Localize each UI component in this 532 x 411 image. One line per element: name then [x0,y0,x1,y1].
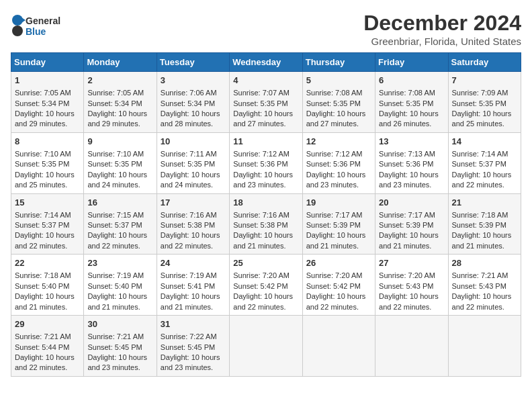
calendar-cell [375,316,448,377]
sunrise-label: Sunrise: 7:19 AM [87,271,144,279]
calendar-cell [302,316,375,377]
daylight-label: Daylight: 10 hours and 23 minutes. [379,171,439,189]
page-title: December 2024 [363,11,521,36]
daylight-label: Daylight: 10 hours and 27 minutes. [306,109,366,128]
calendar-cell: 26 Sunrise: 7:20 AM Sunset: 5:42 PM Dayl… [302,255,375,316]
calendar-cell: 2 Sunrise: 7:05 AM Sunset: 5:34 PM Dayli… [84,72,157,133]
daylight-label: Daylight: 10 hours and 28 minutes. [161,109,220,128]
calendar-cell: 13 Sunrise: 7:13 AM Sunset: 5:36 PM Dayl… [375,132,448,193]
day-number: 29 [15,318,80,330]
calendar-week-3: 15 Sunrise: 7:14 AM Sunset: 5:37 PM Dayl… [11,193,521,255]
daylight-label: Daylight: 10 hours and 22 minutes. [233,292,293,310]
calendar-cell: 18 Sunrise: 7:16 AM Sunset: 5:38 PM Dayl… [230,193,302,255]
calendar-cell: 7 Sunrise: 7:09 AM Sunset: 5:35 PM Dayli… [448,72,521,133]
daylight-label: Daylight: 10 hours and 29 minutes. [87,109,147,128]
sunrise-label: Sunrise: 7:15 AM [87,211,144,219]
sunrise-label: Sunrise: 7:07 AM [233,89,290,97]
sunset-label: Sunset: 5:44 PM [15,343,69,351]
calendar-cell: 4 Sunrise: 7:07 AM Sunset: 5:35 PM Dayli… [230,72,302,133]
header-monday: Monday [84,53,157,72]
sunset-label: Sunset: 5:36 PM [379,160,433,168]
daylight-label: Daylight: 10 hours and 22 minutes. [15,231,75,249]
sunrise-label: Sunrise: 7:21 AM [15,332,71,340]
calendar-week-2: 8 Sunrise: 7:10 AM Sunset: 5:35 PM Dayli… [11,132,521,193]
day-number: 21 [452,197,517,209]
header-wednesday: Wednesday [230,53,302,72]
calendar-week-5: 29 Sunrise: 7:21 AM Sunset: 5:44 PM Dayl… [11,316,521,377]
calendar-table: Sunday Monday Tuesday Wednesday Thursday… [11,52,521,377]
day-number: 15 [15,197,80,209]
day-number: 20 [379,197,444,209]
day-number: 19 [306,197,371,209]
calendar-cell: 9 Sunrise: 7:10 AM Sunset: 5:35 PM Dayli… [84,132,157,193]
calendar-cell: 5 Sunrise: 7:08 AM Sunset: 5:35 PM Dayli… [302,72,375,133]
title-section: December 2024 Greenbriar, Florida, Unite… [363,11,521,47]
day-number: 17 [161,197,226,209]
sunrise-label: Sunrise: 7:21 AM [452,271,508,279]
daylight-label: Daylight: 10 hours and 24 minutes. [161,171,220,189]
sunset-label: Sunset: 5:36 PM [233,160,287,168]
day-number: 16 [87,197,152,209]
sunrise-label: Sunrise: 7:05 AM [15,89,71,97]
day-number: 5 [306,75,371,87]
day-number: 31 [161,318,226,330]
header-sunday: Sunday [11,53,84,72]
logo: General Blue [11,11,64,40]
daylight-label: Daylight: 10 hours and 23 minutes. [306,171,366,189]
sunrise-label: Sunrise: 7:20 AM [379,271,435,279]
sunset-label: Sunset: 5:35 PM [379,99,433,107]
sunrise-label: Sunrise: 7:12 AM [233,150,290,158]
sunset-label: Sunset: 5:40 PM [87,282,142,290]
day-number: 22 [15,257,80,269]
day-number: 1 [15,75,80,87]
sunset-label: Sunset: 5:35 PM [15,160,69,168]
calendar-cell: 25 Sunrise: 7:20 AM Sunset: 5:42 PM Dayl… [230,255,302,316]
calendar-cell: 16 Sunrise: 7:15 AM Sunset: 5:37 PM Dayl… [84,193,157,255]
svg-point-4 [12,26,23,36]
calendar-cell [230,316,302,377]
calendar-cell: 30 Sunrise: 7:21 AM Sunset: 5:45 PM Dayl… [84,316,157,377]
day-number: 12 [306,136,371,148]
sunset-label: Sunset: 5:34 PM [161,99,215,107]
sunset-label: Sunset: 5:41 PM [161,282,215,290]
calendar-cell: 23 Sunrise: 7:19 AM Sunset: 5:40 PM Dayl… [84,255,157,316]
calendar-cell: 20 Sunrise: 7:17 AM Sunset: 5:39 PM Dayl… [375,193,448,255]
daylight-label: Daylight: 10 hours and 29 minutes. [15,109,75,128]
sunrise-label: Sunrise: 7:10 AM [15,150,71,158]
daylight-label: Daylight: 10 hours and 21 minutes. [161,292,220,310]
sunset-label: Sunset: 5:37 PM [452,160,506,168]
daylight-label: Daylight: 10 hours and 27 minutes. [233,109,293,128]
header-saturday: Saturday [448,53,521,72]
sunset-label: Sunset: 5:35 PM [306,99,361,107]
sunrise-label: Sunrise: 7:17 AM [306,211,363,219]
svg-text:General: General [26,15,60,26]
svg-point-2 [12,15,23,26]
day-number: 18 [233,197,298,209]
sunset-label: Sunset: 5:39 PM [306,221,361,229]
sunset-label: Sunset: 5:42 PM [233,282,287,290]
day-number: 23 [87,257,152,269]
daylight-label: Daylight: 10 hours and 25 minutes. [452,109,512,128]
calendar-cell: 22 Sunrise: 7:18 AM Sunset: 5:40 PM Dayl… [11,255,84,316]
sunset-label: Sunset: 5:42 PM [306,282,361,290]
calendar-cell: 1 Sunrise: 7:05 AM Sunset: 5:34 PM Dayli… [11,72,84,133]
day-number: 25 [233,257,298,269]
day-number: 8 [15,136,80,148]
sunset-label: Sunset: 5:36 PM [306,160,361,168]
sunset-label: Sunset: 5:35 PM [87,160,142,168]
header-tuesday: Tuesday [157,53,229,72]
sunrise-label: Sunrise: 7:20 AM [306,271,363,279]
sunrise-label: Sunrise: 7:08 AM [379,89,435,97]
day-number: 10 [161,136,226,148]
daylight-label: Daylight: 10 hours and 22 minutes. [161,231,220,249]
sunset-label: Sunset: 5:40 PM [15,282,69,290]
calendar-cell: 15 Sunrise: 7:14 AM Sunset: 5:37 PM Dayl… [11,193,84,255]
sunrise-label: Sunrise: 7:20 AM [233,271,290,279]
calendar-cell [448,316,521,377]
calendar-cell: 17 Sunrise: 7:16 AM Sunset: 5:38 PM Dayl… [157,193,229,255]
calendar-cell: 27 Sunrise: 7:20 AM Sunset: 5:43 PM Dayl… [375,255,448,316]
sunrise-label: Sunrise: 7:16 AM [161,211,217,219]
sunset-label: Sunset: 5:39 PM [452,221,506,229]
day-number: 9 [87,136,152,148]
calendar-week-1: 1 Sunrise: 7:05 AM Sunset: 5:34 PM Dayli… [11,72,521,133]
